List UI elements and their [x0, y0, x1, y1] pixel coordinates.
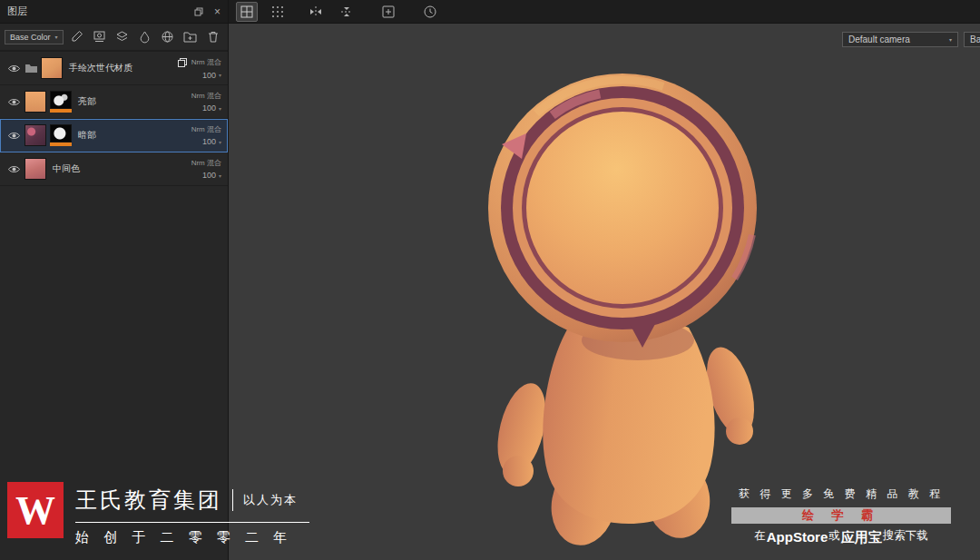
layers-panel-header[interactable]: 图层 × — [0, 0, 228, 24]
layer-label: 中间色 — [53, 162, 80, 175]
layer-row-selected[interactable]: 暗部 Nrm 混合 100 ▾ — [0, 119, 228, 152]
divider — [232, 489, 233, 511]
layer-row[interactable]: 中间色 Nrm 混合 100 ▾ — [0, 152, 228, 186]
chevron-down-icon: ▾ — [219, 105, 221, 112]
promo-line: 获 得 更 多 免 费 精 品 教 程 — [731, 486, 951, 502]
layer-thumbnail[interactable] — [24, 158, 46, 180]
painter-app-window: 图层 × Base Color ▾ — [0, 0, 980, 560]
yingyongbao-label: 应用宝 — [841, 530, 882, 544]
visibility-eye-icon[interactable] — [5, 97, 23, 107]
instance-icon — [177, 57, 188, 68]
layer-action-icons — [69, 29, 223, 44]
smart-material-icon[interactable] — [160, 29, 175, 44]
chevron-down-icon: ▾ — [219, 139, 221, 145]
download-line: 在 AppStore 或 应用宝 搜索下载 — [731, 528, 951, 544]
visibility-eye-icon[interactable] — [5, 64, 23, 74]
visibility-eye-icon[interactable] — [5, 164, 23, 174]
download-line-or: 或 — [828, 528, 840, 544]
grid-icon[interactable] — [267, 2, 289, 22]
company-name: 王氏教育集团 — [75, 486, 222, 515]
layer-thumbnail[interactable] — [24, 124, 46, 146]
opacity-value[interactable]: 100 ▾ — [202, 71, 221, 80]
layer-list: 手绘次世代材质 Nrm 混合 100 ▾ — [0, 51, 228, 186]
layer-thumbnail[interactable] — [41, 57, 63, 79]
divider — [75, 522, 309, 523]
layer-thumbnail[interactable] — [24, 91, 46, 113]
mask-thumbnail[interactable] — [50, 124, 72, 146]
channel-select-value: Base Color — [10, 33, 51, 42]
layer-label: 手绘次世代材质 — [69, 62, 132, 74]
company-logo: W — [7, 482, 64, 538]
chevron-down-icon: ▾ — [219, 72, 221, 78]
blend-mode-label[interactable]: Nrm 混合 — [191, 124, 221, 134]
stamp-icon[interactable] — [92, 29, 107, 44]
opacity-value[interactable]: 100 ▾ — [202, 137, 221, 146]
mirror-vertical-icon[interactable] — [336, 2, 358, 22]
add-folder-icon[interactable] — [182, 29, 198, 44]
add-view-icon[interactable] — [377, 2, 399, 22]
layer-label: 亮部 — [78, 95, 96, 108]
close-panel-icon[interactable]: × — [214, 5, 220, 18]
panel-title: 图层 — [7, 5, 27, 18]
visibility-eye-icon[interactable] — [5, 131, 23, 141]
fill-icon[interactable] — [137, 29, 152, 44]
blend-mode-label[interactable]: Nrm 混合 — [191, 57, 221, 67]
mirror-horizontal-icon[interactable] — [305, 2, 327, 22]
branding-right: 获 得 更 多 免 费 精 品 教 程 绘 学 霸 在 AppStore 或 应… — [731, 486, 951, 544]
layers-stack-icon[interactable] — [114, 29, 130, 44]
mask-channel-strip — [50, 142, 72, 146]
founded-text: 始 创 于 二 零 零 二 年 — [75, 529, 309, 546]
clipped-channel-select[interactable]: Bas — [964, 32, 980, 47]
download-line-post: 搜索下载 — [883, 528, 928, 544]
channel-select[interactable]: Base Color ▾ — [5, 30, 64, 44]
layer-row-folder[interactable]: 手绘次世代材质 Nrm 混合 100 ▾ — [0, 52, 228, 85]
camera-select-value: Default camera — [848, 34, 910, 44]
history-icon[interactable] — [419, 2, 441, 22]
layer-label: 暗部 — [78, 129, 96, 142]
clipped-select-value: Bas — [970, 34, 980, 44]
chevron-down-icon: ▾ — [219, 172, 221, 179]
layers-panel: 图层 × Base Color ▾ — [0, 0, 229, 560]
chevron-down-icon: ▾ — [55, 34, 58, 40]
appstore-label: AppStore — [767, 530, 828, 544]
blend-mode-label[interactable]: Nrm 混合 — [191, 158, 221, 168]
mask-thumbnail[interactable] — [50, 91, 72, 113]
company-slogan: 以人为本 — [243, 492, 298, 508]
layers-toolbar: Base Color ▾ — [0, 24, 228, 51]
folder-icon — [23, 63, 39, 74]
app-name: 绘 学 霸 — [802, 507, 880, 524]
undock-panel-icon[interactable] — [194, 7, 203, 16]
mask-channel-strip — [50, 109, 72, 113]
opacity-value[interactable]: 100 ▾ — [202, 103, 221, 113]
camera-select[interactable]: Default camera ▾ — [842, 32, 958, 47]
mascot-3d-model[interactable] — [230, 25, 980, 560]
chevron-down-icon: ▾ — [949, 36, 952, 43]
trash-icon[interactable] — [205, 29, 220, 44]
layer-row[interactable]: 亮部 Nrm 混合 100 ▾ — [0, 85, 228, 119]
3d-viewport[interactable]: Default camera ▾ Bas — [230, 25, 980, 560]
download-line-pre: 在 — [754, 528, 766, 544]
uv-tile-icon[interactable] — [236, 2, 258, 22]
brush-icon[interactable] — [69, 29, 84, 44]
viewport-tool-group — [236, 0, 441, 24]
opacity-value[interactable]: 100 ▾ — [202, 171, 221, 180]
blend-mode-label[interactable]: Nrm 混合 — [191, 91, 221, 101]
branding-left: W 王氏教育集团 以人为本 始 创 于 二 零 零 二 年 — [7, 482, 309, 546]
app-name-bar: 绘 学 霸 — [731, 507, 951, 524]
